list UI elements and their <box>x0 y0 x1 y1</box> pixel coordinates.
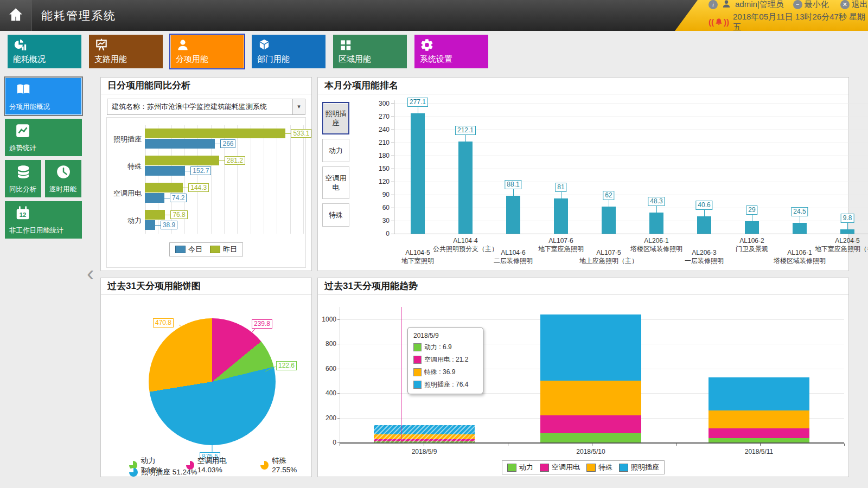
x-tick-label: 2018/5/10 <box>558 448 623 455</box>
stack-segment-照明插座[interactable] <box>540 314 641 381</box>
bar-value-label: 277.1 <box>407 98 428 107</box>
sidebar-item-trend-stats[interactable]: 趋势统计 <box>5 119 82 156</box>
stack-segment-空调用电[interactable] <box>709 428 809 438</box>
grid-line <box>264 125 264 234</box>
y-tick-label: 400 <box>318 389 336 397</box>
stack-segment-特殊[interactable] <box>709 410 809 428</box>
legend-item[interactable]: 昨日 <box>210 245 237 254</box>
hbar-昨日[interactable] <box>145 210 165 220</box>
nav-item-subitem-energy[interactable]: 分项用能 <box>170 35 244 68</box>
sidebar-item-nonworkday-stats[interactable]: 12 非工作日用能统计 <box>5 201 82 239</box>
stack-segment-动力[interactable] <box>540 433 641 442</box>
tab-special[interactable]: 特殊 <box>322 203 349 227</box>
legend-item[interactable]: 今日 <box>175 245 202 254</box>
nav-item-energy-overview[interactable]: 能耗概况 <box>8 35 81 68</box>
rank-bar[interactable] <box>458 142 473 234</box>
panel-title: 本月分项用能排名 <box>318 78 848 94</box>
rank-category-tabs: 照明插座 动力 空调用电 特殊 <box>322 102 349 227</box>
hbar-昨日[interactable] <box>145 183 183 192</box>
stack-segment-空调用电[interactable] <box>540 415 641 433</box>
nav-item-system-settings[interactable]: 系统设置 <box>414 35 488 68</box>
tooltip-title: 2018/5/9 <box>413 332 477 339</box>
hbar-昨日[interactable] <box>145 156 219 165</box>
stack-segment-照明插座[interactable] <box>709 377 809 410</box>
legend-item[interactable]: 照明插座 <box>619 463 659 472</box>
rank-bar[interactable] <box>411 113 425 234</box>
tab-lighting-sockets[interactable]: 照明插座 <box>322 102 349 134</box>
rank-bar[interactable] <box>697 216 711 234</box>
rank-bar[interactable] <box>745 221 759 234</box>
tab-power[interactable]: 动力 <box>322 139 349 162</box>
panel-title: 日分项用能同比分析 <box>101 78 311 94</box>
tooltip-row: 特殊 : 36.9 <box>413 368 477 377</box>
y-tick-label: 90 <box>369 191 390 198</box>
label-connector <box>609 200 609 207</box>
cube-icon <box>257 38 271 54</box>
bar-value-label: 38.9 <box>155 221 177 229</box>
alarm-bell-icon[interactable]: (( )) <box>709 17 729 27</box>
daily-comparison-chart: 照明插座533.1266特殊281.2152.7空调用电144.374.2动力7… <box>106 117 306 268</box>
nav-item-department-energy[interactable]: 部门用能 <box>252 35 326 68</box>
crosshair-line <box>401 307 401 442</box>
category-name: 地下室照明 <box>369 257 467 265</box>
chevron-down-icon[interactable]: ▾ <box>292 99 305 114</box>
tab-hvac[interactable]: 空调用电 <box>322 166 349 199</box>
panel-daily-comparison: 日分项用能同比分析 建筑名称：苏州市沧浪中学监控建筑能耗监测系统 ▾ 照明插座5… <box>100 77 312 271</box>
category-code: AL204-5 <box>799 237 868 245</box>
bar-value-label: 48.3 <box>648 197 665 206</box>
datetime-label: 2018年05月11日 13时26分47秒 星期五 <box>733 12 868 33</box>
rank-bar[interactable] <box>649 213 663 234</box>
rank-bar[interactable] <box>506 196 520 234</box>
sidebar-item-subitem-overview[interactable]: 分项用能概况 <box>5 78 82 115</box>
home-button[interactable] <box>0 0 32 31</box>
rank-bar[interactable] <box>793 223 807 234</box>
stack-segment-动力[interactable] <box>709 438 809 442</box>
building-selector[interactable]: 建筑名称：苏州市沧浪中学监控建筑能耗监测系统 ▾ <box>107 99 305 115</box>
category-label: 空调用电 <box>107 189 142 198</box>
legend-label: 特殊 27.55% <box>272 456 311 474</box>
hbar-今日[interactable] <box>145 193 164 203</box>
label-box: 152.7 <box>190 166 211 175</box>
collapse-sidebar-chevron-icon[interactable]: ‹ <box>87 262 94 284</box>
rank-bar[interactable] <box>840 229 854 234</box>
y-tick-label: 180 <box>369 152 390 159</box>
sidebar-item-hourly-energy[interactable]: 逐时用能 <box>45 160 81 197</box>
nav-item-label: 能耗概况 <box>13 54 46 65</box>
legend-swatch <box>210 246 220 253</box>
nav-item-region-energy[interactable]: 区域用能 <box>333 35 407 68</box>
sidebar: 分项用能概况 趋势统计 同比分析 逐时用能 12 非工作日用能统计 <box>5 78 82 239</box>
legend-swatch <box>619 464 628 472</box>
pie-31days-chart: 122.6239.8470.8875.5动力 7.18%空调用电 14.03%特… <box>101 294 311 477</box>
label-box: 76.8 <box>170 210 187 219</box>
stack-segment-特殊[interactable] <box>540 381 641 415</box>
logout-label: 退出 <box>852 0 868 10</box>
hbar-今日[interactable] <box>145 166 185 176</box>
hbar-昨日[interactable] <box>145 129 285 138</box>
legend-item[interactable]: 空调用电 <box>540 463 580 472</box>
grid-line <box>303 125 304 234</box>
label-connector <box>847 223 848 229</box>
pie[interactable] <box>149 318 276 445</box>
legend-item[interactable]: 照明插座 51.24% <box>129 467 197 477</box>
sidebar-item-yoy-analysis[interactable]: 同比分析 <box>5 160 41 197</box>
grid-line <box>290 125 291 234</box>
trend-line-icon <box>15 123 31 141</box>
y-tick-label: 0 <box>369 230 390 237</box>
sidebar-item-label: 分项用能概况 <box>9 102 50 112</box>
nav-item-branch-energy[interactable]: 支路用能 <box>89 35 163 68</box>
rank-bar[interactable] <box>554 198 568 234</box>
hbar-今日[interactable] <box>145 139 215 149</box>
label-connector <box>800 216 800 223</box>
legend-item[interactable]: 特殊 27.55% <box>260 456 311 474</box>
panel-pie-31days: 过去31天分项用能饼图 122.6239.8470.8875.5动力 7.18%… <box>100 278 312 477</box>
minimize-button[interactable]: − 最小化 <box>793 0 829 10</box>
hbar-今日[interactable] <box>145 220 155 230</box>
x-tick-label: 2018/5/11 <box>726 448 792 455</box>
logout-button[interactable]: ✕ 退出 <box>840 0 868 10</box>
legend-item[interactable]: 动力 <box>507 463 533 472</box>
legend-item[interactable]: 特殊 <box>586 463 612 472</box>
label-connector <box>704 210 705 216</box>
info-icon[interactable]: i <box>709 0 718 9</box>
y-tick-label: 60 <box>369 204 390 211</box>
rank-bar[interactable] <box>602 207 616 234</box>
